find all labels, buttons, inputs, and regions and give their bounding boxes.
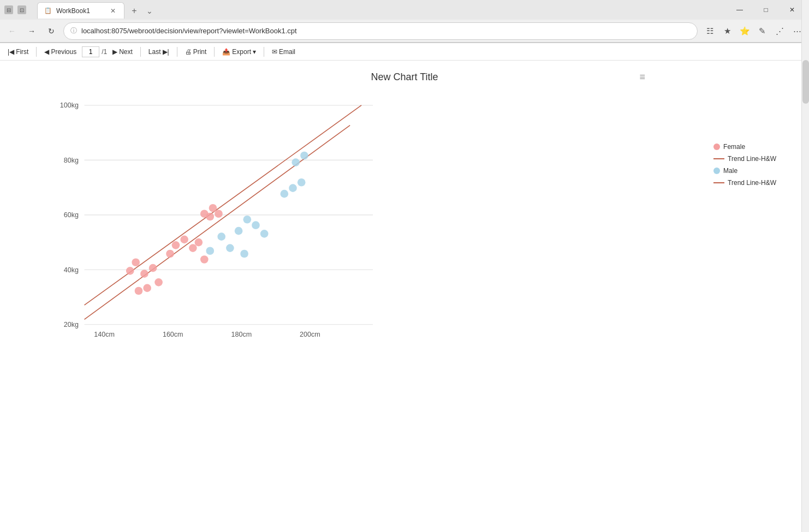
- url-bar[interactable]: ⓘ localhost:8075/webroot/decision/view/r…: [63, 22, 698, 40]
- legend-line-male-trend: [713, 182, 724, 183]
- svg-text:40kg: 40kg: [64, 266, 79, 274]
- tab-favicon: 📋: [44, 7, 52, 14]
- svg-point-40: [240, 250, 248, 258]
- pen-button[interactable]: ✎: [754, 23, 770, 39]
- svg-point-45: [300, 152, 308, 160]
- window-controls-right: — □ ✕: [727, 1, 805, 19]
- browser-chrome: ⊟ ⊡ 📋 WorkBook1 ✕ + ⌄ — □ ✕ ← → ↻ ⓘ loca…: [0, 0, 809, 43]
- svg-point-42: [289, 184, 297, 192]
- svg-point-36: [243, 216, 251, 224]
- legend-item-trendline-female: Trend Line-H&W: [713, 155, 776, 163]
- svg-point-29: [215, 210, 223, 218]
- browser-tab-workbook1[interactable]: 📋 WorkBook1 ✕: [37, 2, 124, 19]
- legend-dot-female: [713, 144, 720, 150]
- svg-point-25: [195, 238, 203, 247]
- svg-text:20kg: 20kg: [64, 321, 79, 328]
- svg-text:180cm: 180cm: [231, 331, 252, 338]
- svg-point-24: [189, 244, 197, 252]
- svg-point-21: [166, 250, 174, 258]
- legend-dot-male: [713, 168, 720, 174]
- first-icon: |◀: [8, 48, 14, 56]
- svg-point-18: [149, 264, 157, 272]
- svg-text:140cm: 140cm: [94, 331, 115, 338]
- tab-icon: ⊟: [4, 5, 13, 14]
- chart-with-legend: 100kg 80kg 60kg 40kg 20kg 140cm 160cm 18…: [22, 94, 787, 339]
- previous-button[interactable]: ◀ Previous: [41, 47, 80, 57]
- new-tab-button[interactable]: +: [127, 3, 142, 19]
- previous-icon: ◀: [44, 48, 49, 56]
- print-button[interactable]: 🖨 Print: [182, 47, 210, 57]
- restore-icon: ⊡: [17, 5, 26, 14]
- svg-point-19: [154, 278, 163, 286]
- page-total: /1: [102, 48, 107, 56]
- export-button[interactable]: 📤 Export ▾: [219, 47, 259, 57]
- reload-button[interactable]: ↻: [44, 23, 59, 39]
- svg-point-20: [143, 284, 151, 292]
- svg-point-38: [260, 230, 269, 238]
- legend-label-trendline-male: Trend Line-H&W: [728, 179, 776, 187]
- svg-point-17: [140, 270, 148, 278]
- svg-point-34: [217, 232, 225, 241]
- svg-point-32: [135, 287, 143, 295]
- email-icon: ✉: [272, 48, 277, 56]
- tab-close-button[interactable]: ✕: [109, 7, 117, 15]
- share-button[interactable]: ⋰: [772, 23, 787, 39]
- legend-label-male: Male: [723, 167, 737, 175]
- svg-text:160cm: 160cm: [163, 331, 183, 338]
- forward-button[interactable]: →: [24, 23, 39, 39]
- separator-1: [36, 47, 37, 57]
- url-text: localhost:8075/webroot/decision/view/rep…: [81, 27, 691, 35]
- svg-point-41: [280, 190, 288, 198]
- svg-text:60kg: 60kg: [64, 211, 79, 219]
- print-icon: 🖨: [185, 48, 192, 56]
- maximize-button[interactable]: □: [753, 1, 778, 19]
- svg-point-28: [206, 213, 214, 221]
- separator-2: [140, 47, 141, 57]
- svg-line-15: [85, 105, 362, 305]
- first-button[interactable]: |◀ First: [4, 47, 32, 57]
- page-number-input[interactable]: [82, 46, 99, 57]
- favorites-list-button[interactable]: ⭐: [737, 23, 752, 39]
- separator-3: [177, 47, 177, 57]
- svg-point-16: [132, 258, 140, 266]
- separator-4: [214, 47, 215, 57]
- last-icon: ▶|: [163, 48, 169, 56]
- info-icon: ⓘ: [70, 26, 77, 35]
- next-button[interactable]: ▶ Next: [109, 47, 136, 57]
- browser-actions: ☷ ★ ⭐ ✎ ⋰ ⋯: [702, 23, 805, 39]
- svg-point-31: [200, 255, 209, 264]
- scatter-svg: 100kg 80kg 60kg 40kg 20kg 140cm 160cm 18…: [22, 94, 404, 339]
- svg-point-43: [298, 178, 306, 187]
- legend-label-trendline-female: Trend Line-H&W: [728, 155, 776, 163]
- report-toolbar: |◀ First ◀ Previous /1 ▶ Next Last ▶| 🖨 …: [0, 43, 809, 61]
- last-button[interactable]: Last ▶|: [145, 47, 172, 57]
- tabs-bar: 📋 WorkBook1 ✕ + ⌄: [33, 1, 162, 19]
- svg-point-27: [209, 204, 217, 212]
- svg-text:100kg: 100kg: [60, 101, 79, 109]
- chart-container: New Chart Title ≡ 100kg 80kg 60kg 40kg 2…: [0, 61, 809, 350]
- address-bar: ← → ↻ ⓘ localhost:8075/webroot/decision/…: [0, 20, 809, 43]
- minimize-button[interactable]: —: [727, 1, 752, 19]
- svg-text:80kg: 80kg: [64, 157, 79, 164]
- next-icon: ▶: [112, 48, 117, 56]
- legend-label-female: Female: [723, 143, 745, 151]
- svg-point-35: [235, 227, 243, 235]
- sidebar-button[interactable]: ☷: [702, 23, 717, 39]
- svg-point-33: [206, 247, 214, 255]
- legend-item-trendline-male: Trend Line-H&W: [713, 179, 776, 187]
- svg-point-37: [252, 221, 260, 229]
- back-button[interactable]: ←: [4, 23, 20, 39]
- favorites-button[interactable]: ★: [719, 23, 735, 39]
- svg-point-30: [126, 267, 134, 275]
- scrollbar-thumb[interactable]: [802, 60, 809, 104]
- title-bar: ⊟ ⊡ 📋 WorkBook1 ✕ + ⌄ — □ ✕: [0, 0, 809, 20]
- export-icon: 📤: [222, 48, 230, 56]
- tab-title: WorkBook1: [56, 7, 90, 15]
- email-button[interactable]: ✉ Email: [269, 47, 299, 57]
- svg-text:200cm: 200cm: [300, 331, 320, 338]
- tab-overflow-button[interactable]: ⌄: [142, 3, 157, 19]
- legend-item-male: Male: [713, 167, 776, 175]
- scrollbar[interactable]: [801, 0, 809, 350]
- svg-point-23: [180, 236, 188, 244]
- chart-menu-icon[interactable]: ≡: [639, 71, 645, 83]
